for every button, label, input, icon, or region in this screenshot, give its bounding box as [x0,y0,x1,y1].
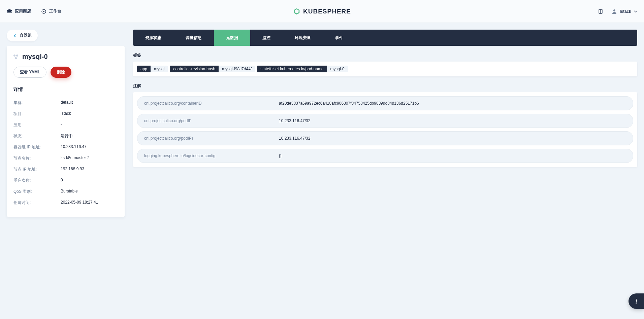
tab-监控[interactable]: 监控 [250,30,283,46]
detail-row: 容器组 IP 地址:10.233.116.47 [13,142,118,153]
annotation-value: {} [279,153,282,158]
pod-title-row: mysql-0 [13,53,118,61]
annotation-item: cni.projectcalico.org/containerIDaf20de3… [137,96,633,110]
details-title: 详情 [13,86,118,93]
detail-key: 节点 IP 地址: [13,167,61,172]
detail-value: - [61,122,62,128]
main-panel: 资源状态调度信息元数据监控环境变量事件 标签 appmysqlcontrolle… [133,30,637,217]
label-key: statefulset.kubernetes.io/pod-name [257,66,327,72]
detail-key: 状态: [13,133,61,139]
annotation-value: 10.233.116.47/32 [279,118,310,123]
brand-icon [293,8,300,15]
tabs: 资源状态调度信息元数据监控环境变量事件 [133,30,637,46]
workbench-icon [41,9,46,14]
brand: KUBESPHERE [293,8,351,15]
side-panel: 容器组 mysql-0 查看 YAML 删除 详情 集群:default项目:l… [7,30,125,217]
labels-row: appmysqlcontroller-revision-hashmysql-f9… [137,66,633,72]
detail-key: 创建时间: [13,200,61,206]
annotation-value: 10.233.116.47/32 [279,136,310,141]
detail-value: lstack [61,111,71,117]
chevron-down-icon [634,10,637,13]
annotation-item: logging.kubesphere.io/logsidecar-config{… [137,149,633,163]
annotation-key: cni.projectcalico.org/containerID [144,101,279,106]
tab-资源状态[interactable]: 资源状态 [133,30,173,46]
help-fab[interactable]: i [629,293,644,309]
annotations-panel: cni.projectcalico.org/containerIDaf20de3… [133,92,637,167]
detail-key: 重启次数: [13,178,61,183]
chevron-left-icon [13,34,17,38]
detail-key: 容器组 IP 地址: [13,144,61,150]
detail-value: 运行中 [61,133,73,139]
tab-事件[interactable]: 事件 [323,30,355,46]
detail-value: 10.233.116.47 [61,144,87,150]
detail-row: QoS 类别:Burstable [13,186,118,197]
svg-point-4 [613,9,615,11]
detail-value: Burstable [61,189,78,194]
button-row: 查看 YAML 删除 [13,67,118,78]
pod-title: mysql-0 [22,53,48,61]
detail-key: QoS 类别: [13,189,61,194]
annotations-title: 注解 [133,83,637,89]
detail-row: 创建时间:2022-05-09 18:27:41 [13,197,118,208]
detail-row: 节点 IP 地址:192.168.9.93 [13,164,118,175]
annotation-key: logging.kubesphere.io/logsidecar-config [144,153,279,158]
annotation-value: af20de3837a69a972ec6a418afc906307f847584… [279,101,419,106]
app-store-icon [7,9,12,14]
user-name: lstack [620,9,631,14]
label-pill: appmysql [137,66,168,72]
detail-value: 2022-05-09 18:27:41 [61,200,98,206]
topbar: 应用商店 工作台 KUBESPHERE lstack [0,0,644,23]
svg-point-1 [43,11,44,12]
detail-key: 节点名称: [13,155,61,161]
layout: 容器组 mysql-0 查看 YAML 删除 详情 集群:default项目:l… [0,23,644,223]
label-value: mysql-0 [327,66,348,72]
user-menu[interactable]: lstack [612,9,637,14]
detail-value: ks-k8s-master-2 [61,155,90,161]
detail-row: 重启次数:0 [13,175,118,186]
back-link[interactable]: 容器组 [7,30,38,41]
detail-row: 集群:default [13,97,118,108]
detail-value: 0 [61,178,63,183]
workbench-label: 工作台 [49,8,61,14]
label-value: mysql-f98c7d44f [219,66,255,72]
annotation-key: cni.projectcalico.org/podIPs [144,136,279,141]
topbar-right: lstack [598,9,637,14]
app-store-link[interactable]: 应用商店 [7,8,31,14]
notebook-icon[interactable] [598,9,603,14]
detail-row: 项目:lstack [13,108,118,119]
view-yaml-button[interactable]: 查看 YAML [13,67,46,78]
pod-icon [13,55,18,59]
annotation-key: cni.projectcalico.org/podIP [144,118,279,123]
detail-key: 集群: [13,100,61,106]
labels-title: 标签 [133,52,637,58]
tab-环境变量[interactable]: 环境变量 [283,30,323,46]
app-store-label: 应用商店 [15,8,31,14]
annotation-item: cni.projectcalico.org/podIPs10.233.116.4… [137,131,633,145]
detail-row: 节点名称:ks-k8s-master-2 [13,153,118,164]
label-pill: controller-revision-hashmysql-f98c7d44f [170,66,255,72]
labels-panel: appmysqlcontroller-revision-hashmysql-f9… [133,62,637,76]
label-key: controller-revision-hash [170,66,219,72]
label-value: mysql [151,66,168,72]
detail-row: 应用:- [13,119,118,131]
tab-调度信息[interactable]: 调度信息 [173,30,214,46]
detail-row: 状态:运行中 [13,131,118,142]
user-icon [612,9,617,14]
label-key: app [137,66,151,72]
brand-text: KUBESPHERE [303,8,351,15]
detail-key: 应用: [13,122,61,128]
help-icon: i [635,297,637,305]
tab-元数据[interactable]: 元数据 [214,30,250,46]
detail-value: 192.168.9.93 [61,167,84,172]
back-label: 容器组 [20,33,32,38]
annotation-item: cni.projectcalico.org/podIP10.233.116.47… [137,114,633,128]
topbar-left: 应用商店 工作台 [7,8,61,14]
delete-button[interactable]: 删除 [51,67,71,78]
detail-key: 项目: [13,111,61,117]
detail-value: default [61,100,73,106]
label-pill: statefulset.kubernetes.io/pod-namemysql-… [257,66,348,72]
workbench-link[interactable]: 工作台 [41,8,61,14]
detail-card: mysql-0 查看 YAML 删除 详情 集群:default项目:lstac… [7,46,125,217]
detail-list: 集群:default项目:lstack应用:-状态:运行中容器组 IP 地址:1… [13,97,118,208]
